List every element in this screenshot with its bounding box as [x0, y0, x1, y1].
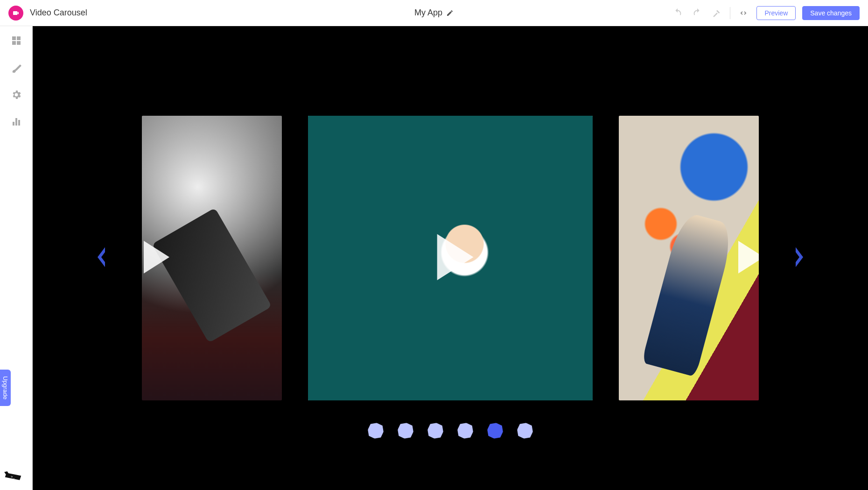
analytics-tab[interactable] — [9, 115, 23, 129]
undo-button[interactable] — [671, 7, 684, 20]
hammer-icon — [712, 8, 722, 18]
carousel-slide-prev[interactable] — [142, 116, 282, 400]
pencil-icon — [446, 9, 454, 17]
brush-icon — [11, 62, 22, 73]
project-title-group: My App — [414, 8, 454, 18]
top-bar: Video Carousel My App Preview Save chang… — [0, 0, 868, 26]
carousel-indicators — [368, 423, 533, 439]
chevron-left-icon — [93, 246, 109, 268]
video-carousel — [142, 116, 759, 400]
project-title: My App — [414, 8, 442, 18]
slide-thumbnail — [619, 116, 759, 400]
carousel-prev-button[interactable] — [93, 246, 109, 270]
carousel-dot-1[interactable] — [397, 422, 414, 440]
video-icon — [12, 9, 20, 17]
console-button[interactable]: >_ — [4, 471, 22, 482]
save-button[interactable]: Save changes — [802, 6, 860, 20]
app-logo — [8, 6, 23, 21]
hammer-button[interactable] — [710, 7, 723, 20]
carousel-dot-3[interactable] — [456, 422, 474, 440]
preview-button[interactable]: Preview — [756, 6, 796, 20]
chart-icon — [11, 116, 22, 127]
svg-text:>_: >_ — [11, 475, 15, 479]
grid-icon — [11, 35, 22, 46]
editor-canvas[interactable] — [33, 26, 868, 490]
carousel-slide-current[interactable] — [308, 116, 593, 400]
svg-rect-0 — [13, 11, 17, 15]
carousel-dot-4[interactable] — [486, 422, 504, 440]
carousel-next-button[interactable] — [791, 246, 807, 270]
code-icon — [738, 8, 749, 18]
carousel-dot-0[interactable] — [367, 422, 385, 440]
settings-tab[interactable] — [9, 88, 23, 102]
redo-button[interactable] — [691, 7, 704, 20]
top-bar-actions: Preview Save changes — [671, 6, 860, 20]
gear-icon — [11, 89, 22, 100]
chevron-right-icon — [791, 246, 807, 268]
undo-icon — [672, 8, 683, 18]
slide-thumbnail — [142, 116, 282, 400]
rename-button[interactable] — [446, 9, 454, 17]
carousel-slide-next[interactable] — [619, 116, 759, 400]
left-rail: Upgrade >_ — [0, 26, 33, 490]
carousel-dot-2[interactable] — [427, 422, 444, 440]
carousel-dot-5[interactable] — [516, 422, 534, 440]
divider — [730, 7, 730, 19]
layouts-tab[interactable] — [9, 34, 23, 48]
terminal-icon: >_ — [4, 471, 22, 482]
upgrade-button[interactable]: Upgrade — [0, 370, 11, 406]
code-button[interactable] — [737, 7, 750, 20]
redo-icon — [692, 8, 702, 18]
design-tab[interactable] — [9, 61, 23, 75]
app-name: Video Carousel — [30, 8, 87, 18]
slide-thumbnail — [308, 116, 593, 400]
